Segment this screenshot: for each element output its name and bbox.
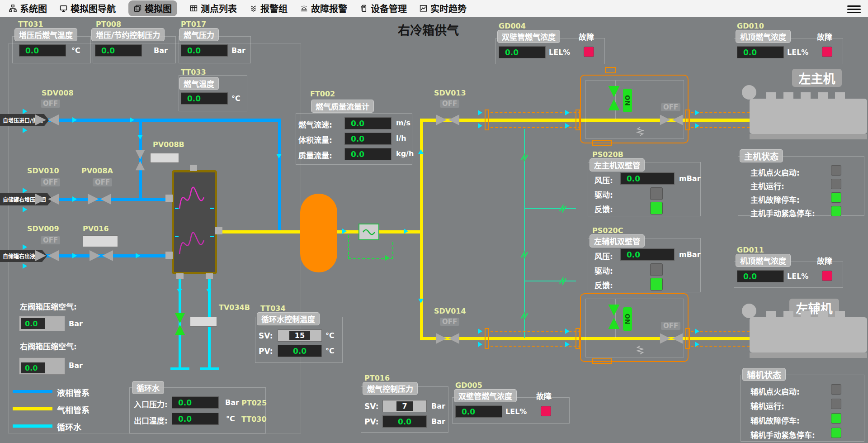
sensor-tag: TT030 (241, 415, 267, 424)
sensor-unit: °C (226, 414, 235, 423)
pipe-vent-branch (524, 208, 576, 209)
flow-arrow (23, 263, 27, 269)
flow-arrow (72, 253, 77, 258)
sensor-unit: LEL% (549, 48, 570, 57)
hamburger-menu-icon[interactable] (847, 4, 861, 14)
sensor-name: 燃气控制压力 (363, 382, 418, 395)
sensor-tag: PT025 (241, 399, 267, 407)
sensor-unit: °C (326, 331, 335, 340)
pipe-water-cap (170, 367, 189, 370)
menu-item-label: 系统图 (20, 2, 47, 15)
valve-pv008a[interactable] (87, 191, 112, 208)
air-value-box: 0.0 (19, 316, 65, 331)
panel-title: 辅机状态 (742, 368, 786, 381)
flow-arrow (418, 299, 424, 303)
vaporizer-nozzle (206, 273, 213, 279)
engine-label: 左辅机 (789, 299, 839, 317)
status-indicator (831, 428, 841, 438)
flow-wave-icon (362, 229, 376, 236)
valve-gvu-aux-off[interactable] (659, 330, 684, 347)
menu-item-device-mgmt[interactable]: 设备管理 (360, 2, 407, 15)
panel-frame (129, 387, 266, 433)
pipe-connector (485, 110, 489, 130)
valve-state: OFF (661, 322, 680, 330)
sensor-tag: PS020B (592, 150, 623, 159)
legend-label: 气相管系 (57, 404, 90, 415)
bypass-line (392, 242, 393, 259)
sensor-name: 双壁管燃气浓度 (497, 30, 560, 43)
vaporizer-nozzle (176, 273, 184, 279)
row-label: SV: (259, 331, 273, 340)
valve-sdv009[interactable] (34, 247, 60, 264)
valve-state: OFF (41, 178, 60, 186)
row-label: 风压: (594, 174, 613, 186)
sensor-unit: kg/h (396, 149, 414, 158)
valve-sdv008[interactable] (34, 111, 60, 129)
status-indicator (831, 192, 841, 203)
status-indicator (831, 179, 841, 189)
vaporizer-nozzle (165, 195, 173, 202)
flow-arrow (206, 289, 212, 293)
valve-gvu-main-on[interactable] (606, 85, 622, 111)
menu-item-mimic-nav[interactable]: 模拟图导航 (60, 2, 116, 15)
valve-pv008b[interactable] (132, 149, 149, 171)
flow-arrow (23, 244, 27, 250)
sensor-unit: LEL% (505, 407, 527, 416)
sensor-name: 增压/节约控制压力 (91, 28, 165, 41)
air-unit: Bar (69, 319, 83, 328)
row-label: 反馈: (594, 203, 613, 214)
valve-gvu-aux-on[interactable] (606, 304, 622, 330)
row-label: PV: (259, 347, 273, 356)
air-label: 左阀箱压缩空气: (20, 300, 77, 312)
valve-sdv014[interactable] (435, 330, 460, 347)
valve-gvu-main-off[interactable] (659, 112, 684, 128)
table-icon (190, 5, 198, 12)
valve-sdv013[interactable] (435, 111, 460, 129)
menu-item-mimic[interactable]: 模拟图 (128, 0, 177, 16)
sensor-unit: Bar (231, 46, 245, 55)
valve-tv034b[interactable] (171, 312, 189, 336)
menu-item-alarm-group[interactable]: 报警组 (250, 2, 288, 15)
valve-tag: SDV014 (434, 307, 466, 315)
panel-title: 循环水 (132, 381, 164, 394)
legend-swatch-water (13, 424, 52, 428)
sitemap-icon (9, 5, 17, 12)
menu-item-fault-alarm[interactable]: 故障报警 (300, 2, 347, 15)
pipe-liquid-down (278, 119, 281, 233)
sensor-value: 0.0 (95, 44, 142, 57)
valve-tag: PV008A (81, 167, 113, 175)
valve-sdv010[interactable] (34, 191, 60, 208)
flow-arrow (136, 253, 140, 258)
sv-input[interactable]: 7 (382, 400, 427, 412)
valve-state: OFF (41, 236, 60, 244)
row-label: SV: (364, 402, 378, 411)
sv-input[interactable]: 15 (278, 329, 322, 342)
vaporizer[interactable] (172, 170, 217, 274)
sensor-tag: FT002 (310, 90, 335, 98)
flow-arrow (565, 110, 570, 115)
flow-arrow (130, 117, 134, 123)
menu-item-system-diagram[interactable]: 系统图 (9, 2, 47, 15)
air-value-box: 0.0 (19, 357, 65, 375)
row-label: 入口压力: (134, 398, 168, 410)
fault-indicator (584, 47, 594, 57)
sensor-name: 燃气压力 (179, 28, 219, 41)
flow-arrow (565, 329, 570, 334)
valve-tag: PV016 (83, 224, 109, 233)
valve-state: OFF (440, 318, 459, 326)
check-valve-icon (520, 153, 529, 162)
valve-pv016[interactable] (89, 247, 114, 264)
vaporizer-nozzle (190, 165, 197, 171)
valve-state: OFF (661, 103, 680, 111)
vaporizer-nozzle (165, 252, 173, 259)
sensor-value: 0.0 (455, 405, 502, 418)
sensor-name: 双壁管燃气浓度 (454, 389, 517, 402)
menu-item-point-list[interactable]: 测点列表 (190, 2, 237, 15)
valve-state: OFF (93, 178, 112, 186)
sensor-value: 0.0 (499, 46, 546, 58)
row-label: 驱动: (594, 265, 613, 276)
menu-item-realtime-trend[interactable]: 实时趋势 (420, 2, 467, 15)
valve-actuator (190, 317, 217, 327)
sensor-value: 0.0 (737, 270, 784, 282)
drive-indicator (650, 187, 663, 200)
